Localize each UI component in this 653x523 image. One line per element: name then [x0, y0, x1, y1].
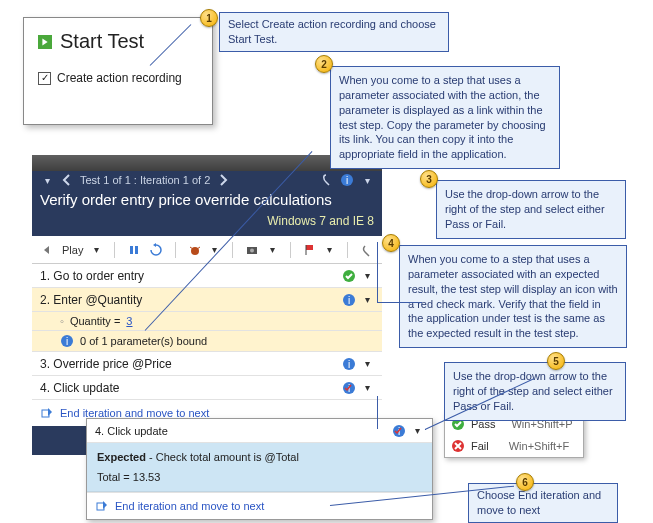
svg-point-9	[250, 248, 254, 252]
runner-header: Test 1 of 1 : Iteration 1 of 2 i Verify …	[32, 171, 382, 236]
test-title: Verify order entry price override calcul…	[40, 191, 374, 208]
iteration-counter: Test 1 of 1 : Iteration 1 of 2	[80, 174, 210, 186]
callout-3: Use the drop-down arrow to the right of …	[436, 180, 626, 239]
svg-text:i: i	[346, 175, 348, 186]
callout-bubble-1: 1	[200, 9, 218, 27]
attach-icon[interactable]	[320, 173, 334, 187]
step-row[interactable]: 4. Click update i	[32, 376, 382, 400]
bound-text: 0 of 1 parameter(s) bound	[80, 335, 207, 347]
chevron-down-icon[interactable]	[267, 243, 278, 257]
flag-icon[interactable]	[303, 243, 317, 257]
chevron-down-icon[interactable]	[40, 173, 54, 187]
create-action-recording-row[interactable]: ✓ Create action recording	[38, 71, 198, 85]
bound-status-row: i 0 of 1 parameter(s) bound	[32, 331, 382, 352]
callout-bubble-5: 5	[547, 352, 565, 370]
svg-text:i: i	[348, 295, 350, 306]
next-icon[interactable]	[216, 173, 230, 187]
info-icon: i	[342, 293, 356, 307]
callout-2: When you come to a step that uses a para…	[330, 66, 560, 169]
reset-icon[interactable]	[149, 243, 163, 257]
iteration-nav: Test 1 of 1 : Iteration 1 of 2 i	[40, 173, 374, 187]
chevron-down-icon[interactable]	[410, 424, 424, 438]
play-button[interactable]: Play	[62, 244, 83, 256]
fail-icon	[451, 439, 465, 453]
play-label: Play	[62, 244, 83, 256]
environment-label: Windows 7 and IE 8	[40, 214, 374, 228]
start-test-card: Start Test ✓ Create action recording	[23, 17, 213, 125]
chevron-down-icon[interactable]	[360, 293, 374, 307]
end-iteration-icon	[95, 499, 109, 513]
chevron-down-icon[interactable]	[360, 269, 374, 283]
expected-block: Expected - Check total amount is @Total …	[87, 443, 432, 492]
chevron-down-icon[interactable]	[91, 243, 102, 257]
total-value: 13.53	[133, 471, 161, 483]
start-arrow-icon	[38, 35, 52, 49]
callout-5: Use the drop-down arrow to the right of …	[444, 362, 626, 421]
svg-rect-21	[42, 410, 49, 417]
start-test-title[interactable]: Start Test	[60, 30, 144, 53]
end-iteration-link[interactable]: End iteration and move to next	[87, 492, 432, 519]
callout-1: Select Create action recording and choos…	[219, 12, 449, 52]
fail-option[interactable]: Fail Win+Shift+F	[445, 435, 583, 457]
create-action-recording-label: Create action recording	[57, 71, 182, 85]
total-label: Total =	[97, 471, 133, 483]
chevron-down-icon[interactable]	[360, 173, 374, 187]
step-row[interactable]: 3. Override price @Price i	[32, 352, 382, 376]
callout-bubble-2: 2	[315, 55, 333, 73]
step-row[interactable]: 4. Click update i	[87, 419, 432, 443]
expected-label: Expected	[97, 451, 146, 463]
chevron-down-icon[interactable]	[325, 243, 336, 257]
checkbox-icon[interactable]: ✓	[38, 72, 51, 85]
info-red-icon: i	[342, 381, 356, 395]
end-iteration-icon	[40, 406, 54, 420]
svg-text:i: i	[66, 336, 68, 347]
step-detail-panel: 4. Click update i Expected - Check total…	[86, 418, 433, 520]
bug-icon[interactable]	[188, 243, 202, 257]
svg-rect-24	[97, 503, 104, 510]
paperclip-icon[interactable]	[360, 243, 374, 257]
callout-bubble-4: 4	[382, 234, 400, 252]
info-icon: i	[342, 357, 356, 371]
chevron-down-icon[interactable]	[360, 357, 374, 371]
runner-toolbar: Play	[32, 236, 382, 264]
svg-rect-3	[130, 246, 133, 254]
param-label: Quantity =	[70, 315, 120, 327]
steps-list: 1. Go to order entry 2. Enter @Quantity …	[32, 264, 382, 426]
svg-text:i: i	[348, 359, 350, 370]
svg-rect-4	[135, 246, 138, 254]
callout-bubble-6: 6	[516, 473, 534, 491]
parameter-row: ◦ Quantity = 3	[32, 312, 382, 331]
end-iteration-text: End iteration and move to next	[115, 500, 264, 512]
test-runner-panel: ▭ × Test 1 of 1 : Iteration 1 of 2 i Ver…	[32, 155, 382, 455]
prev-step-icon[interactable]	[40, 243, 54, 257]
svg-rect-10	[306, 245, 313, 250]
expected-text: - Check total amount is @Total	[146, 451, 299, 463]
pass-icon	[342, 269, 356, 283]
callout-bubble-3: 3	[420, 170, 438, 188]
camera-icon[interactable]	[245, 243, 259, 257]
fail-label: Fail	[471, 440, 489, 452]
info-icon: i	[60, 334, 74, 348]
info-icon[interactable]: i	[340, 173, 354, 187]
pause-icon[interactable]	[127, 243, 141, 257]
step-row[interactable]: 2. Enter @Quantity i	[32, 288, 382, 312]
prev-icon[interactable]	[60, 173, 74, 187]
info-red-icon: i	[392, 424, 406, 438]
chevron-down-icon[interactable]	[360, 381, 374, 395]
step-row[interactable]: 1. Go to order entry	[32, 264, 382, 288]
callout-4: When you come to a step that uses a para…	[399, 245, 627, 348]
fail-shortcut: Win+Shift+F	[509, 440, 570, 452]
param-value-link[interactable]: 3	[126, 315, 132, 327]
